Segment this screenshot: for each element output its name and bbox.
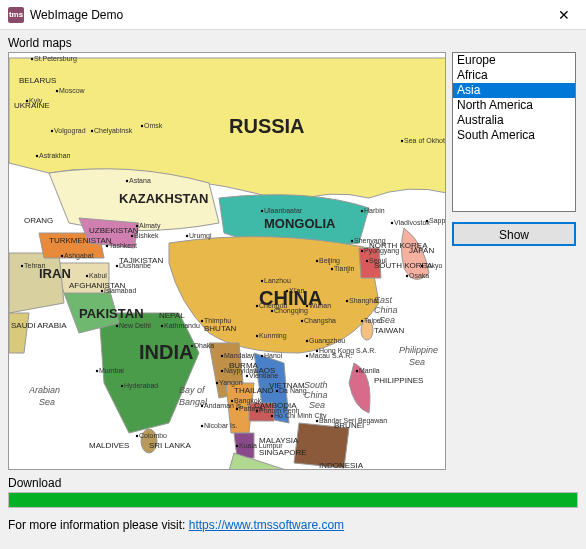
svg-text:Ulaanbaatar: Ulaanbaatar <box>264 207 303 214</box>
svg-text:INDIA: INDIA <box>139 341 193 363</box>
svg-point-82 <box>201 320 203 322</box>
svg-point-166 <box>141 125 143 127</box>
svg-text:Astana: Astana <box>129 177 151 184</box>
progress-fill <box>9 493 577 507</box>
svg-point-110 <box>421 265 423 267</box>
svg-text:Astrakhan: Astrakhan <box>39 152 71 159</box>
region-item[interactable]: Europe <box>453 53 575 68</box>
svg-text:Bishkek: Bishkek <box>134 232 159 239</box>
download-progressbar <box>8 492 578 508</box>
svg-point-152 <box>356 370 358 372</box>
svg-text:PHILIPPINES: PHILIPPINES <box>374 376 423 385</box>
svg-text:TURKMENISTAN: TURKMENISTAN <box>49 236 112 245</box>
svg-text:Da Nang: Da Nang <box>279 387 307 395</box>
show-button[interactable]: Show <box>452 222 576 246</box>
svg-text:Guangzhou: Guangzhou <box>309 337 345 345</box>
svg-text:Chengdu: Chengdu <box>259 302 288 310</box>
svg-text:Pattaya: Pattaya <box>239 405 263 413</box>
svg-point-172 <box>236 408 238 410</box>
footer-text: For more information please visit: https… <box>8 518 578 532</box>
svg-text:Mandalay: Mandalay <box>224 352 255 360</box>
footer-link[interactable]: https://www.tmssoftware.com <box>189 518 344 532</box>
svg-text:South: South <box>304 380 328 390</box>
svg-text:KAZAKHSTAN: KAZAKHSTAN <box>119 191 208 206</box>
svg-text:BHUTAN: BHUTAN <box>204 324 237 333</box>
svg-point-54 <box>51 130 53 132</box>
svg-point-92 <box>261 280 263 282</box>
svg-point-114 <box>426 220 428 222</box>
region-item[interactable]: South America <box>453 128 575 143</box>
close-icon: ✕ <box>558 7 570 23</box>
svg-text:New Delhi: New Delhi <box>119 322 151 329</box>
svg-text:Sapporo: Sapporo <box>429 217 446 225</box>
svg-point-160 <box>201 425 203 427</box>
svg-text:Sea: Sea <box>409 357 425 367</box>
svg-point-116 <box>346 300 348 302</box>
svg-point-138 <box>246 375 248 377</box>
svg-point-74 <box>116 325 118 327</box>
svg-text:Arabian: Arabian <box>28 385 60 395</box>
svg-point-88 <box>261 210 263 212</box>
svg-text:Pyongyang: Pyongyang <box>364 247 399 255</box>
svg-text:Manila: Manila <box>359 367 380 374</box>
svg-text:SINGAPORE: SINGAPORE <box>259 448 307 457</box>
svg-point-94 <box>286 290 288 292</box>
world-maps-label: World maps <box>8 36 578 50</box>
region-item[interactable]: Africa <box>453 68 575 83</box>
svg-text:Seoul: Seoul <box>369 257 387 264</box>
region-item[interactable]: North America <box>453 98 575 113</box>
svg-text:Thimphu: Thimphu <box>204 317 231 325</box>
app-icon: tms <box>8 7 24 23</box>
svg-point-58 <box>136 225 138 227</box>
svg-point-52 <box>26 100 28 102</box>
svg-text:Chelyabinsk: Chelyabinsk <box>94 127 133 135</box>
svg-text:St.Petersburg: St.Petersburg <box>34 55 77 63</box>
close-button[interactable]: ✕ <box>541 0 586 30</box>
svg-point-80 <box>161 325 163 327</box>
svg-point-106 <box>361 250 363 252</box>
svg-point-130 <box>306 355 308 357</box>
svg-point-140 <box>221 370 223 372</box>
svg-text:MONGOLIA: MONGOLIA <box>264 216 336 231</box>
footer-prefix: For more information please visit: <box>8 518 189 532</box>
svg-text:Dhaka: Dhaka <box>194 342 214 349</box>
svg-text:Nicobar Is.: Nicobar Is. <box>204 422 238 429</box>
svg-point-50 <box>31 58 33 60</box>
svg-text:ORANG: ORANG <box>24 216 53 225</box>
region-item[interactable]: Australia <box>453 113 575 128</box>
svg-point-154 <box>316 420 318 422</box>
svg-text:RUSSIA: RUSSIA <box>229 115 305 137</box>
svg-point-170 <box>221 355 223 357</box>
svg-point-84 <box>191 345 193 347</box>
svg-text:Taipei: Taipei <box>364 317 383 325</box>
svg-point-142 <box>216 382 218 384</box>
svg-text:China: China <box>374 305 398 315</box>
svg-point-104 <box>391 222 393 224</box>
svg-text:Tokyo: Tokyo <box>424 262 442 270</box>
svg-point-158 <box>201 405 203 407</box>
svg-text:Islamabad: Islamabad <box>104 287 136 294</box>
svg-text:TAIWAN: TAIWAN <box>374 326 404 335</box>
svg-text:Kunming: Kunming <box>259 332 287 340</box>
svg-text:Almaty: Almaty <box>139 222 161 230</box>
svg-point-60 <box>131 235 133 237</box>
svg-text:SRI LANKA: SRI LANKA <box>149 441 191 450</box>
region-item[interactable]: Asia <box>453 83 575 98</box>
svg-text:Kyiv: Kyiv <box>29 97 43 105</box>
download-label: Download <box>8 476 578 490</box>
svg-text:Beijing: Beijing <box>319 257 340 265</box>
svg-point-70 <box>21 265 23 267</box>
svg-point-124 <box>301 320 303 322</box>
svg-text:Naypyidaw: Naypyidaw <box>224 367 259 375</box>
svg-text:Volgograd: Volgograd <box>54 127 86 135</box>
svg-text:Vladivostok: Vladivostok <box>394 219 430 226</box>
svg-text:Sea: Sea <box>39 397 55 407</box>
region-listbox[interactable]: EuropeAfricaAsiaNorth AmericaAustraliaSo… <box>452 52 576 212</box>
svg-text:Urumqi: Urumqi <box>189 232 212 240</box>
svg-text:Macau S.A.R.: Macau S.A.R. <box>309 352 352 359</box>
svg-point-120 <box>271 310 273 312</box>
svg-text:Shenyang: Shenyang <box>354 237 386 245</box>
svg-text:Moscow: Moscow <box>59 87 86 94</box>
svg-text:Tashkent: Tashkent <box>109 242 137 249</box>
svg-point-134 <box>361 320 363 322</box>
